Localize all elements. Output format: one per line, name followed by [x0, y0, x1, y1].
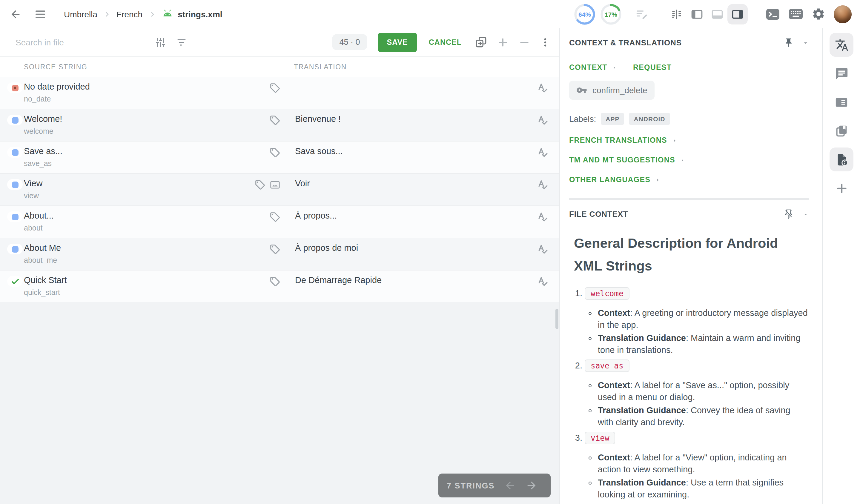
spellcheck-icon-wrap[interactable] [536, 212, 549, 225]
card-icon[interactable] [830, 90, 854, 114]
filter-list-icon[interactable] [176, 37, 187, 47]
comments-icon[interactable] [830, 61, 854, 85]
spellcheck-icon-wrap[interactable] [536, 179, 549, 192]
keyboard-icon[interactable] [788, 8, 803, 20]
cancel-button[interactable]: CANCEL [425, 32, 465, 52]
status-translated-icon [7, 147, 23, 158]
strings-list: No date provided no_date Welcome! welcom… [0, 77, 559, 303]
spellcheck-icon-wrap[interactable] [536, 276, 549, 289]
translation-string: À propos... [295, 211, 337, 220]
status-translated-icon [7, 244, 23, 255]
progress-ring[interactable]: 64% [573, 3, 596, 25]
breadcrumb-language[interactable]: French [116, 9, 142, 19]
search-input[interactable] [14, 37, 145, 47]
string-key-chip[interactable]: confirm_delete [569, 81, 655, 100]
chevron-right-icon [148, 11, 156, 18]
source-string: About Me [24, 243, 61, 253]
terminal-icon[interactable] [766, 8, 780, 20]
column-source: SOURCE STRING [0, 63, 87, 70]
top-bar: Umbrella French strings.xml 64% 17% [0, 0, 860, 28]
prev-string-icon[interactable] [504, 479, 516, 491]
view-bottom-panel-icon[interactable] [707, 4, 728, 24]
spellcheck-icon [536, 179, 549, 192]
pin-icon[interactable] [784, 38, 794, 48]
label-chip: ANDROID [629, 113, 670, 125]
file-context-item: welcomeContext: A greeting or introducto… [585, 286, 808, 356]
screenshot-icon [269, 179, 281, 190]
breadcrumb-file[interactable]: strings.xml [161, 9, 222, 19]
string-row[interactable]: About Me about_me À propos de moi [0, 238, 559, 271]
android-icon [161, 10, 173, 18]
panel-title: CONTEXT & TRANSLATIONS [569, 38, 682, 47]
row-icons [239, 244, 281, 255]
string-key: about [24, 224, 43, 232]
progress-rings: 64% 17% [573, 3, 622, 25]
view-table-icon[interactable] [666, 4, 687, 24]
section-link[interactable]: FRENCH TRANSLATIONS [569, 136, 809, 145]
section-link[interactable]: OTHER LANGUAGES [569, 175, 809, 184]
progress-value: 64% [573, 3, 596, 25]
file-info-icon[interactable] [830, 147, 854, 171]
unpin-icon[interactable] [784, 209, 794, 219]
spellcheck-icon-wrap[interactable] [536, 244, 549, 257]
collapse-caret-icon[interactable] [802, 211, 809, 218]
panel-divider [569, 198, 809, 200]
string-row[interactable]: Welcome! welcome Bienvenue ! [0, 109, 559, 142]
spellcheck-icon [536, 83, 549, 96]
status-approved-icon [7, 276, 23, 287]
breadcrumb-project[interactable]: Umbrella [64, 9, 97, 19]
string-row[interactable]: Quick Start quick_start De Démarrage Rap… [0, 271, 559, 303]
tag-icon [269, 83, 281, 94]
string-key: save_as [24, 159, 52, 168]
next-string-icon[interactable] [526, 479, 538, 491]
status-translated-icon [7, 179, 23, 190]
translation-string: Sava sous... [295, 146, 343, 156]
view-left-panel-icon[interactable] [687, 4, 707, 24]
menu-icon[interactable] [35, 9, 46, 19]
save-button[interactable]: SAVE [378, 32, 417, 52]
scrollbar-thumb[interactable] [556, 309, 558, 329]
right-rail [823, 28, 860, 504]
plus-icon[interactable] [497, 36, 509, 48]
tab-request[interactable]: REQUEST [633, 63, 672, 72]
back-icon[interactable] [10, 8, 22, 20]
string-row[interactable]: About... about À propos... [0, 206, 559, 238]
string-key-code: view [585, 432, 615, 444]
filter-settings-icon[interactable] [155, 36, 167, 48]
glossary-icon[interactable] [830, 119, 854, 143]
section-link[interactable]: TM AND MT SUGGESTIONS [569, 156, 809, 164]
view-right-panel-icon[interactable] [728, 4, 748, 24]
column-translation: TRANSLATION [294, 63, 347, 70]
spellcheck-icon [536, 244, 549, 257]
spellcheck-icon [536, 276, 549, 289]
spellcheck-icon-wrap[interactable] [536, 147, 549, 160]
collapse-caret-icon[interactable] [802, 39, 809, 46]
string-row[interactable]: View view Voir [0, 174, 559, 206]
spellcheck-icon [536, 147, 549, 160]
spellcheck-icon [536, 212, 549, 225]
panel-sections: FRENCH TRANSLATIONSTM AND MT SUGGESTIONS… [569, 136, 809, 184]
translate-icon[interactable] [830, 33, 854, 57]
table-header: SOURCE STRING TRANSLATION [0, 57, 559, 77]
string-row[interactable]: Save as... save_as Sava sous... [0, 142, 559, 174]
add-panel-icon[interactable] [830, 176, 854, 200]
file-context-item: viewContext: A label for a "View" option… [585, 431, 808, 500]
tag-icon [269, 115, 281, 126]
draft-edit-icon[interactable] [635, 8, 648, 20]
progress-value: 17% [600, 3, 622, 25]
file-context-title: FILE CONTEXT [569, 210, 628, 218]
progress-ring[interactable]: 17% [600, 3, 622, 25]
spellcheck-icon-wrap[interactable] [536, 115, 549, 128]
labels-caption: Labels: [569, 114, 596, 124]
avatar[interactable] [834, 5, 852, 23]
string-key: confirm_delete [592, 85, 647, 95]
row-icons [239, 115, 281, 126]
kebab-menu-icon[interactable] [540, 36, 551, 48]
gear-icon[interactable] [812, 7, 825, 21]
copy-source-icon[interactable] [475, 36, 487, 48]
string-row[interactable]: No date provided no_date [0, 77, 559, 109]
tab-context[interactable]: CONTEXT [569, 63, 618, 72]
minus-icon[interactable] [518, 36, 530, 48]
file-context-item: save_asContext: A label for a "Save as..… [585, 358, 808, 428]
spellcheck-icon-wrap[interactable] [536, 83, 549, 96]
